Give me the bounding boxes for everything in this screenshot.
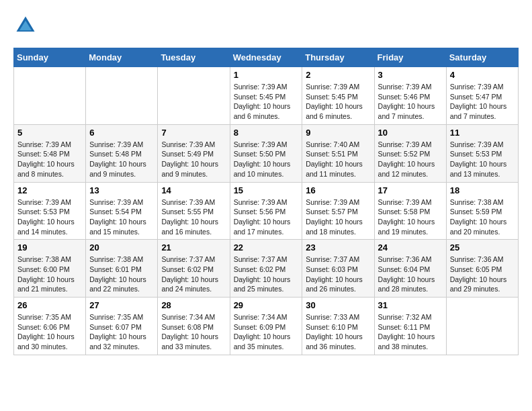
calendar-cell: 23Sunrise: 7:37 AM Sunset: 6:03 PM Dayli… [302,240,374,298]
calendar-week-row: 12Sunrise: 7:39 AM Sunset: 5:53 PM Dayli… [14,182,519,240]
day-info: Sunrise: 7:34 AM Sunset: 6:08 PM Dayligh… [161,312,226,352]
day-number: 1 [234,70,299,80]
day-number: 15 [234,185,299,195]
day-info: Sunrise: 7:39 AM Sunset: 5:54 PM Dayligh… [89,197,154,237]
day-info: Sunrise: 7:40 AM Sunset: 5:51 PM Dayligh… [306,140,370,179]
day-info: Sunrise: 7:39 AM Sunset: 5:53 PM Dayligh… [450,140,515,179]
day-of-week-header: Monday [86,48,158,67]
calendar-cell [14,67,86,125]
calendar-cell: 22Sunrise: 7:37 AM Sunset: 6:02 PM Dayli… [230,240,302,298]
calendar-cell: 28Sunrise: 7:34 AM Sunset: 6:08 PM Dayli… [158,298,230,355]
day-number: 5 [17,128,82,138]
day-number: 29 [234,300,299,310]
day-info: Sunrise: 7:39 AM Sunset: 5:55 PM Dayligh… [161,197,226,237]
day-number: 26 [17,300,82,310]
day-info: Sunrise: 7:39 AM Sunset: 5:45 PM Dayligh… [234,82,299,122]
day-info: Sunrise: 7:39 AM Sunset: 5:52 PM Dayligh… [378,140,443,179]
day-info: Sunrise: 7:39 AM Sunset: 5:49 PM Dayligh… [161,140,226,179]
day-info: Sunrise: 7:39 AM Sunset: 5:58 PM Dayligh… [378,197,443,237]
page-header [13,13,519,38]
day-info: Sunrise: 7:36 AM Sunset: 6:05 PM Dayligh… [450,255,515,294]
day-number: 19 [17,242,82,253]
day-number: 9 [306,128,370,138]
day-number: 10 [378,128,443,138]
calendar-cell: 17Sunrise: 7:39 AM Sunset: 5:58 PM Dayli… [374,182,446,240]
calendar-cell: 3Sunrise: 7:39 AM Sunset: 5:46 PM Daylig… [374,67,446,125]
calendar-cell: 29Sunrise: 7:34 AM Sunset: 6:09 PM Dayli… [230,298,302,355]
calendar-cell: 10Sunrise: 7:39 AM Sunset: 5:52 PM Dayli… [374,124,446,182]
day-info: Sunrise: 7:32 AM Sunset: 6:11 PM Dayligh… [378,312,443,352]
day-of-week-header: Wednesday [230,48,302,67]
calendar-cell [446,298,518,355]
calendar-cell: 20Sunrise: 7:38 AM Sunset: 6:01 PM Dayli… [86,240,158,298]
day-number: 16 [306,185,370,195]
day-number: 7 [161,128,226,138]
day-info: Sunrise: 7:36 AM Sunset: 6:04 PM Dayligh… [378,255,443,294]
day-info: Sunrise: 7:39 AM Sunset: 5:57 PM Dayligh… [306,197,370,237]
calendar-cell: 14Sunrise: 7:39 AM Sunset: 5:55 PM Dayli… [158,182,230,240]
calendar-cell: 16Sunrise: 7:39 AM Sunset: 5:57 PM Dayli… [302,182,374,240]
calendar-table: SundayMondayTuesdayWednesdayThursdayFrid… [13,48,519,355]
calendar-cell: 26Sunrise: 7:35 AM Sunset: 6:06 PM Dayli… [14,298,86,355]
calendar-week-row: 1Sunrise: 7:39 AM Sunset: 5:45 PM Daylig… [14,67,519,125]
day-info: Sunrise: 7:39 AM Sunset: 5:47 PM Dayligh… [450,82,515,122]
day-info: Sunrise: 7:33 AM Sunset: 6:10 PM Dayligh… [306,312,370,352]
calendar-cell: 5Sunrise: 7:39 AM Sunset: 5:48 PM Daylig… [14,124,86,182]
day-number: 6 [89,128,154,138]
calendar-cell: 31Sunrise: 7:32 AM Sunset: 6:11 PM Dayli… [374,298,446,355]
day-number: 21 [161,242,226,253]
day-of-week-header: Friday [374,48,446,67]
day-number: 12 [17,185,82,195]
day-info: Sunrise: 7:39 AM Sunset: 5:56 PM Dayligh… [234,197,299,237]
day-info: Sunrise: 7:35 AM Sunset: 6:07 PM Dayligh… [89,312,154,352]
day-number: 24 [378,242,443,253]
day-info: Sunrise: 7:39 AM Sunset: 5:53 PM Dayligh… [17,197,82,237]
calendar-cell [86,67,158,125]
day-info: Sunrise: 7:39 AM Sunset: 5:46 PM Dayligh… [378,82,443,122]
day-info: Sunrise: 7:39 AM Sunset: 5:48 PM Dayligh… [17,140,82,179]
calendar-cell: 27Sunrise: 7:35 AM Sunset: 6:07 PM Dayli… [86,298,158,355]
calendar-cell: 1Sunrise: 7:39 AM Sunset: 5:45 PM Daylig… [230,67,302,125]
calendar-week-row: 26Sunrise: 7:35 AM Sunset: 6:06 PM Dayli… [14,298,519,355]
calendar-cell: 2Sunrise: 7:39 AM Sunset: 5:45 PM Daylig… [302,67,374,125]
day-number: 13 [89,185,154,195]
day-of-week-header: Thursday [302,48,374,67]
calendar-cell: 30Sunrise: 7:33 AM Sunset: 6:10 PM Dayli… [302,298,374,355]
calendar-cell: 7Sunrise: 7:39 AM Sunset: 5:49 PM Daylig… [158,124,230,182]
day-info: Sunrise: 7:38 AM Sunset: 6:01 PM Dayligh… [89,255,154,294]
day-number: 17 [378,185,443,195]
day-info: Sunrise: 7:39 AM Sunset: 5:50 PM Dayligh… [234,140,299,179]
day-number: 14 [161,185,226,195]
day-info: Sunrise: 7:35 AM Sunset: 6:06 PM Dayligh… [17,312,82,352]
day-number: 25 [450,242,515,253]
day-number: 30 [306,300,370,310]
day-number: 8 [234,128,299,138]
calendar-cell [158,67,230,125]
calendar-cell: 6Sunrise: 7:39 AM Sunset: 5:48 PM Daylig… [86,124,158,182]
calendar-cell: 12Sunrise: 7:39 AM Sunset: 5:53 PM Dayli… [14,182,86,240]
calendar-cell: 21Sunrise: 7:37 AM Sunset: 6:02 PM Dayli… [158,240,230,298]
day-info: Sunrise: 7:37 AM Sunset: 6:03 PM Dayligh… [306,255,370,294]
calendar-cell: 4Sunrise: 7:39 AM Sunset: 5:47 PM Daylig… [446,67,518,125]
calendar-cell: 18Sunrise: 7:38 AM Sunset: 5:59 PM Dayli… [446,182,518,240]
day-info: Sunrise: 7:37 AM Sunset: 6:02 PM Dayligh… [234,255,299,294]
calendar-header-row: SundayMondayTuesdayWednesdayThursdayFrid… [14,48,519,67]
calendar-cell: 8Sunrise: 7:39 AM Sunset: 5:50 PM Daylig… [230,124,302,182]
calendar-week-row: 5Sunrise: 7:39 AM Sunset: 5:48 PM Daylig… [14,124,519,182]
calendar-cell: 13Sunrise: 7:39 AM Sunset: 5:54 PM Dayli… [86,182,158,240]
logo-icon [13,13,38,38]
day-number: 4 [450,70,515,80]
calendar-cell: 9Sunrise: 7:40 AM Sunset: 5:51 PM Daylig… [302,124,374,182]
day-number: 22 [234,242,299,253]
day-number: 23 [306,242,370,253]
day-number: 27 [89,300,154,310]
calendar-week-row: 19Sunrise: 7:38 AM Sunset: 6:00 PM Dayli… [14,240,519,298]
day-info: Sunrise: 7:38 AM Sunset: 6:00 PM Dayligh… [17,255,82,294]
day-info: Sunrise: 7:38 AM Sunset: 5:59 PM Dayligh… [450,197,515,237]
day-info: Sunrise: 7:39 AM Sunset: 5:45 PM Dayligh… [306,82,370,122]
calendar-cell: 19Sunrise: 7:38 AM Sunset: 6:00 PM Dayli… [14,240,86,298]
day-of-week-header: Tuesday [158,48,230,67]
day-number: 3 [378,70,443,80]
day-info: Sunrise: 7:39 AM Sunset: 5:48 PM Dayligh… [89,140,154,179]
logo [13,13,40,38]
